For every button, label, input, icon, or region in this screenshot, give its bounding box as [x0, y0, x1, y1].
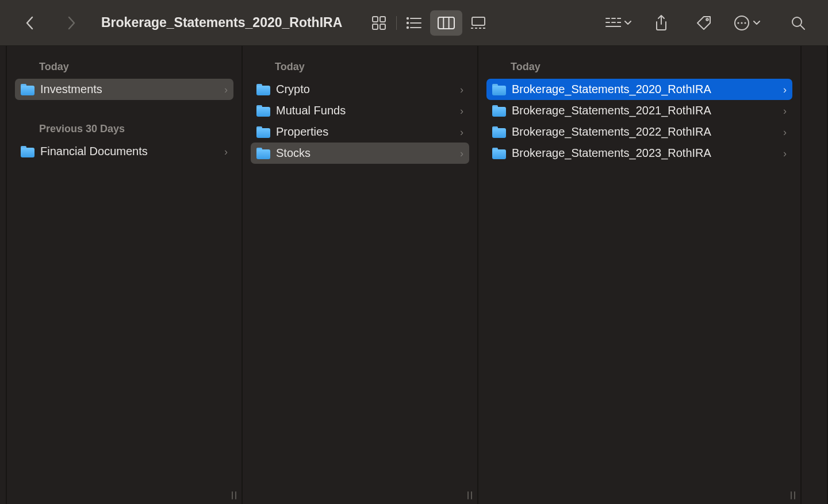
svg-rect-14: [471, 28, 473, 29]
section-header: Previous 30 Days: [15, 110, 233, 141]
more-actions-button[interactable]: [734, 10, 760, 36]
chevron-right-icon: ›: [224, 147, 228, 157]
folder-label: Properties: [276, 125, 454, 138]
svg-rect-2: [373, 24, 378, 29]
folder-label: Brokerage_Statements_2021_RothIRA: [512, 104, 777, 117]
section-header: Today: [486, 48, 792, 79]
column-1: TodayCrypto›Mutual Funds›Properties›Stoc…: [243, 46, 478, 504]
folder-row[interactable]: Brokerage_Statements_2020_RothIRA›: [486, 79, 792, 100]
gallery-icon: [470, 17, 487, 29]
svg-rect-10: [438, 17, 454, 29]
list-icon: [406, 17, 422, 29]
folder-row[interactable]: Brokerage_Statements_2022_RothIRA›: [486, 121, 792, 143]
chevron-down-icon: [624, 21, 631, 25]
chevron-right-icon: ›: [224, 84, 228, 95]
left-gutter: [0, 46, 7, 504]
nav-arrows: [17, 10, 84, 36]
view-icons-button[interactable]: [363, 10, 395, 36]
column-resize-handle[interactable]: [229, 490, 239, 501]
share-button[interactable]: [649, 10, 674, 36]
chevron-right-icon: ›: [783, 127, 787, 137]
folder-icon: [21, 84, 34, 95]
folder-row[interactable]: Mutual Funds›: [251, 100, 469, 121]
search-icon: [791, 16, 806, 30]
section-header: Today: [251, 48, 469, 79]
svg-point-28: [741, 22, 742, 24]
chevron-right-icon: ›: [460, 84, 463, 95]
column-resize-handle[interactable]: [465, 490, 475, 501]
svg-rect-3: [380, 24, 385, 29]
chevron-right-icon: ›: [783, 148, 787, 159]
chevron-down-icon: [753, 21, 760, 25]
share-icon: [654, 15, 668, 31]
folder-label: Brokerage_Statements_2022_RothIRA: [512, 125, 777, 138]
search-button[interactable]: [785, 10, 811, 36]
folder-label: Brokerage_Statements_2023_RothIRA: [512, 147, 777, 160]
folder-label: Mutual Funds: [276, 104, 454, 117]
toolbar-actions: [605, 10, 760, 36]
svg-rect-13: [472, 17, 485, 25]
svg-rect-15: [475, 28, 477, 29]
view-gallery-button[interactable]: [462, 10, 494, 36]
view-list-button[interactable]: [398, 10, 430, 36]
svg-point-25: [706, 18, 708, 21]
svg-line-31: [800, 25, 804, 29]
folder-label: Brokerage_Statements_2020_RothIRA: [512, 83, 777, 96]
view-columns-button[interactable]: [430, 10, 462, 36]
chevron-right-icon: ›: [783, 106, 787, 116]
group-by-button[interactable]: [605, 10, 631, 36]
folder-icon: [492, 84, 506, 95]
folder-row[interactable]: Stocks›: [251, 143, 469, 164]
folder-row[interactable]: Investments›: [15, 79, 233, 100]
folder-icon: [492, 126, 506, 138]
svg-rect-16: [479, 28, 481, 29]
folder-icon: [256, 126, 270, 138]
folder-row[interactable]: Financial Documents›: [15, 141, 233, 162]
folder-icon: [492, 148, 506, 159]
svg-rect-1: [380, 17, 385, 22]
separator: [396, 16, 397, 30]
section-header: Today: [15, 48, 233, 79]
folder-label: Financial Documents: [40, 145, 218, 158]
folder-label: Investments: [40, 83, 218, 96]
folder-label: Crypto: [276, 83, 454, 96]
group-icon: [605, 17, 621, 29]
tags-button[interactable]: [691, 10, 716, 36]
folder-icon: [256, 148, 270, 159]
folder-label: Stocks: [276, 147, 454, 160]
folder-row[interactable]: Crypto›: [251, 79, 469, 100]
svg-point-27: [737, 22, 739, 24]
ellipsis-circle-icon: [734, 15, 750, 31]
svg-point-4: [407, 17, 408, 18]
folder-icon: [21, 146, 34, 157]
svg-point-29: [744, 22, 746, 24]
search-area: [785, 10, 811, 36]
folder-row[interactable]: Brokerage_Statements_2021_RothIRA›: [486, 100, 792, 121]
column-resize-handle[interactable]: [788, 490, 798, 501]
window-title: Brokerage_Statements_2020_RothIRA: [101, 15, 342, 30]
svg-rect-0: [373, 17, 378, 22]
folder-icon: [492, 105, 506, 117]
tag-icon: [696, 15, 712, 31]
folder-icon: [256, 84, 270, 95]
folder-row[interactable]: Properties›: [251, 121, 469, 143]
forward-button[interactable]: [59, 10, 84, 36]
chevron-right-icon: ›: [460, 148, 463, 159]
chevron-right-icon: ›: [460, 127, 463, 137]
folder-icon: [256, 105, 270, 117]
toolbar: Brokerage_Statements_2020_RothIRA: [0, 0, 828, 46]
grid-icon: [371, 16, 386, 30]
back-button[interactable]: [17, 10, 43, 36]
view-mode-group: [363, 10, 494, 36]
column-empty: [802, 46, 828, 504]
svg-point-8: [407, 26, 408, 28]
svg-point-6: [407, 22, 408, 23]
columns-icon: [438, 17, 455, 29]
folder-row[interactable]: Brokerage_Statements_2023_RothIRA›: [486, 143, 792, 164]
columns-container: TodayInvestments›Previous 30 DaysFinanci…: [0, 46, 828, 504]
chevron-right-icon: ›: [783, 84, 787, 95]
svg-rect-17: [483, 28, 485, 29]
chevron-right-icon: ›: [460, 106, 463, 116]
column-2: TodayBrokerage_Statements_2020_RothIRA›B…: [478, 46, 802, 504]
column-0: TodayInvestments›Previous 30 DaysFinanci…: [7, 46, 243, 504]
